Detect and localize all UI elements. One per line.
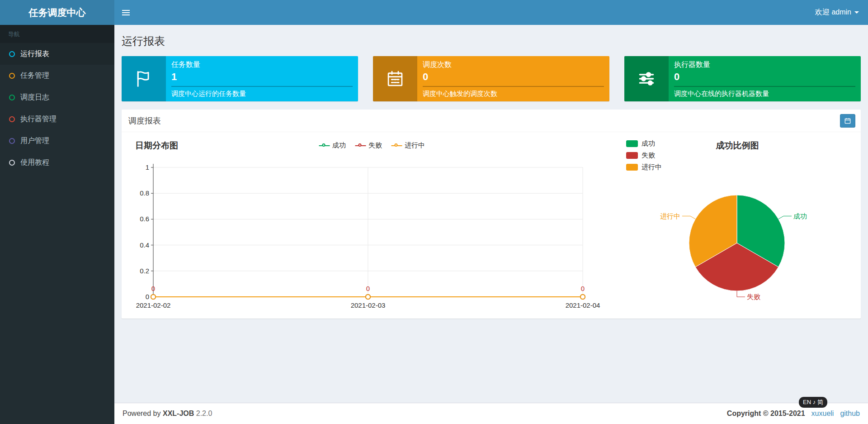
legend-item[interactable]: 进行中 [626,163,662,172]
info-boxes-row: 任务数量 1 调度中心运行的任务数量 调度次数 0 调度中心触发的调度次数 [114,48,868,101]
footer: Powered by XXL-JOB 2.2.0 Copyright © 201… [114,403,868,424]
circle-icon [9,138,15,144]
date-range-button[interactable] [840,114,855,128]
circle-icon [9,160,15,166]
circle-icon [9,95,15,100]
sidebar: 导航 运行报表 任务管理 调度日志 执行器管理 用户管理 使用教程 [0,25,114,424]
svg-text:2021-02-02: 2021-02-02 [136,301,171,309]
version-text: 2.2.0 [196,410,212,417]
svg-text:2021-02-04: 2021-02-04 [566,301,600,309]
sidebar-item-label: 运行报表 [20,49,49,59]
legend-label: 失败 [368,141,382,150]
sidebar-item-user-manage[interactable]: 用户管理 [0,130,114,152]
svg-text:2021-02-03: 2021-02-03 [351,301,386,309]
sidebar-item-label: 使用教程 [20,158,49,167]
svg-text:0: 0 [366,285,370,292]
circle-icon [9,51,15,57]
svg-text:0: 0 [151,285,155,292]
legend-marker-icon [626,152,638,159]
user-dropdown[interactable]: 欢迎 admin [806,0,868,25]
app-logo[interactable]: 任务调度中心 [0,0,114,25]
hamburger-icon [122,12,130,13]
sidebar-item-executor-manage[interactable]: 执行器管理 [0,108,114,130]
sidebar-toggle-button[interactable] [114,0,137,25]
sidebar-item-dashboard[interactable]: 运行报表 [0,43,114,65]
info-box-number: 0 [423,71,604,83]
sidebar-menu: 运行报表 任务管理 调度日志 执行器管理 用户管理 使用教程 [0,43,114,173]
info-box-progress [171,86,353,87]
legend-marker-icon [319,145,330,146]
info-box-content: 任务数量 1 调度中心运行的任务数量 [166,56,358,101]
legend-marker-icon [391,145,402,146]
info-box-content: 执行器数量 0 调度中心在线的执行器机器数量 [669,56,861,101]
panel-title: 调度报表 [128,115,161,126]
input-method-indicator[interactable]: EN ♪ 简 [799,397,827,408]
legend-label: 失败 [642,151,655,160]
legend-item[interactable]: 失败 [626,151,662,160]
sidebar-item-job-log[interactable]: 调度日志 [0,86,114,108]
svg-text:失败: 失败 [747,293,760,300]
navbar: 欢迎 admin [114,0,868,25]
info-box-job-count: 任务数量 1 调度中心运行的任务数量 [122,56,358,101]
legend-item[interactable]: 成功 [319,141,346,150]
info-box-description: 调度中心触发的调度次数 [423,90,604,98]
footer-right: Copyright © 2015-2021 xuxueli github [727,410,860,418]
info-box-progress [674,86,855,87]
panel-header: 调度报表 [122,110,861,132]
svg-text:0: 0 [146,293,149,300]
content-area: 运行报表 任务数量 1 调度中心运行的任务数量 [114,25,868,403]
svg-text:0.6: 0.6 [140,215,149,223]
welcome-text: 欢迎 admin [815,8,851,17]
page-title: 运行报表 [114,25,868,48]
svg-text:进行中: 进行中 [660,212,680,220]
line-chart-title: 日期分布图 [135,140,178,152]
powered-prefix: Powered by [123,410,161,417]
hamburger-icon [122,10,130,11]
sidebar-item-job-manage[interactable]: 任务管理 [0,65,114,86]
pie-chart-legend: 成功失败进行中 [626,139,662,172]
legend-label: 成功 [332,141,346,150]
svg-text:1: 1 [146,163,149,171]
panel-body: 日期分布图 成功失败进行中 00.20.40.60.812021-02-0220… [122,132,861,319]
sliders-icon [624,56,669,101]
legend-item[interactable]: 成功 [626,139,662,148]
sidebar-item-tutorial[interactable]: 使用教程 [0,152,114,173]
sidebar-item-label: 用户管理 [20,136,49,146]
legend-marker-icon [355,145,366,146]
pie-chart-title: 成功比例图 [692,140,783,152]
info-box-progress [423,86,604,87]
calendar-icon [373,56,417,101]
caret-down-icon [854,11,859,14]
link-github[interactable]: github [840,410,860,418]
report-panel: 调度报表 日期分布图 成功失败进行中 00.20.40.60.812021-02… [122,110,861,319]
sidebar-item-label: 调度日志 [20,93,49,102]
date-distribution-chart: 日期分布图 成功失败进行中 00.20.40.60.812021-02-0220… [129,132,615,316]
circle-icon [9,116,15,122]
legend-item[interactable]: 进行中 [391,141,425,150]
line-chart-plot[interactable]: 00.20.40.60.812021-02-022021-02-032021-0… [129,132,615,316]
info-box-description: 调度中心在线的执行器机器数量 [674,90,855,98]
calendar-icon [844,117,851,124]
info-box-title: 执行器数量 [674,60,855,70]
svg-text:0: 0 [581,285,585,292]
info-box-content: 调度次数 0 调度中心触发的调度次数 [417,56,609,101]
svg-text:0.8: 0.8 [140,189,149,197]
legend-label: 进行中 [405,141,425,150]
top-header: 任务调度中心 欢迎 admin [0,0,868,25]
legend-label: 进行中 [642,163,662,172]
link-xuxueli[interactable]: xuxueli [811,410,834,418]
sidebar-item-label: 任务管理 [20,71,49,81]
flag-icon [122,56,166,101]
success-ratio-chart: 成功失败进行中 成功比例图 成功失败进行中 [625,132,854,316]
info-box-trigger-count: 调度次数 0 调度中心触发的调度次数 [373,56,609,101]
copyright-text: Copyright © 2015-2021 [727,410,805,418]
brand-name: XXL-JOB [163,410,194,417]
info-box-executor-count: 执行器数量 0 调度中心在线的执行器机器数量 [624,56,861,101]
legend-marker-icon [626,164,638,171]
legend-marker-icon [626,140,638,147]
hamburger-icon [122,14,130,15]
legend-item[interactable]: 失败 [355,141,382,150]
line-chart-legend: 成功失败进行中 [319,141,425,150]
svg-text:0.2: 0.2 [140,267,149,275]
sidebar-item-label: 执行器管理 [20,114,57,124]
